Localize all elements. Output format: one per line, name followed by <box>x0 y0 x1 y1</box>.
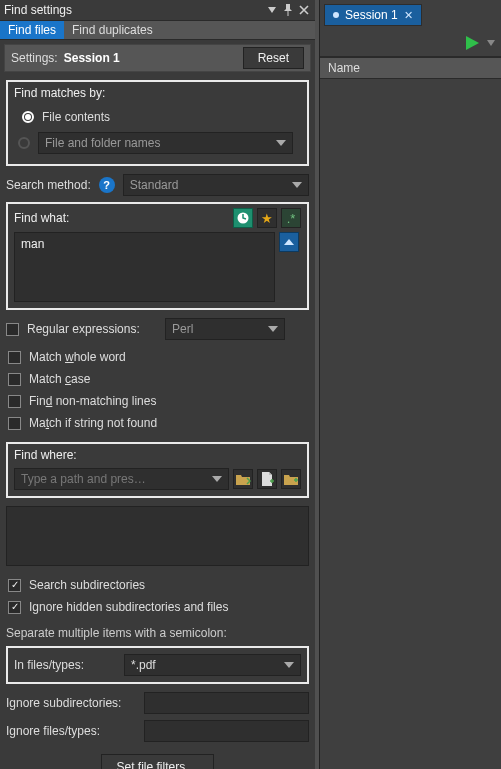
help-icon[interactable]: ? <box>99 177 115 193</box>
browse-folder-icon[interactable] <box>233 469 253 489</box>
search-method-value: Standard <box>130 178 179 192</box>
session-tab[interactable]: Session 1 ✕ <box>324 4 422 26</box>
svg-marker-0 <box>268 7 276 13</box>
tab-find-files[interactable]: Find files <box>0 21 64 39</box>
set-file-filters-button[interactable]: Set file filters ... <box>101 754 213 769</box>
ignore-hidden-checkbox[interactable] <box>8 601 21 614</box>
ignore-hidden-label: Ignore hidden subdirectories and files <box>29 600 228 614</box>
in-files-types-combo[interactable]: *.pdf <box>124 654 301 676</box>
panel-title: Find settings <box>4 3 263 17</box>
play-menu-icon[interactable] <box>487 34 495 52</box>
path-placeholder: Type a path and press Enter, or use the … <box>21 472 151 486</box>
non-matching-label: Find non-matching lines <box>29 394 156 408</box>
svg-marker-3 <box>487 40 495 46</box>
string-not-found-row[interactable]: Match if string not found <box>6 412 309 434</box>
results-area <box>320 79 501 769</box>
in-files-types-group: In files/types: *.pdf <box>6 646 309 684</box>
find-where-group: Find where: Type a path and press Enter,… <box>6 442 309 498</box>
file-folder-names-text: File and folder names <box>45 136 160 150</box>
path-input[interactable]: Type a path and press Enter, or use the … <box>14 468 229 490</box>
search-method-label: Search method: <box>6 178 91 192</box>
add-file-icon[interactable] <box>257 469 277 489</box>
paths-list[interactable] <box>6 506 309 566</box>
find-matches-by-title: Find matches by: <box>14 86 301 100</box>
add-folder-icon[interactable] <box>281 469 301 489</box>
radio-file-folder-names[interactable]: File and folder names <box>14 128 301 158</box>
match-case-checkbox[interactable] <box>8 373 21 386</box>
find-what-title: Find what: <box>14 211 69 225</box>
ignore-files-input[interactable] <box>144 720 309 742</box>
non-matching-checkbox[interactable] <box>8 395 21 408</box>
chevron-up-icon <box>284 239 294 245</box>
panel-titlebar: Find settings <box>0 0 315 20</box>
history-icon[interactable] <box>233 208 253 228</box>
settings-value: Session 1 <box>64 51 237 65</box>
search-method-row: Search method: ? Standard <box>6 174 309 196</box>
separator-hint: Separate multiple items with a semicolon… <box>6 626 309 640</box>
play-icon[interactable] <box>463 34 481 52</box>
chevron-down-icon <box>276 140 286 146</box>
search-method-combo[interactable]: Standard <box>123 174 309 196</box>
match-case-label: Match case <box>29 372 90 386</box>
tab-find-duplicates[interactable]: Find duplicates <box>64 21 161 39</box>
in-files-types-value: *.pdf <box>131 658 156 672</box>
radio-file-contents-label: File contents <box>42 110 110 124</box>
pin-icon[interactable] <box>281 3 295 17</box>
session-tabs: Session 1 ✕ <box>320 0 501 30</box>
radio-file-contents[interactable]: File contents <box>14 106 301 128</box>
ignore-hidden-row[interactable]: Ignore hidden subdirectories and files <box>6 596 309 618</box>
settings-label: Settings: <box>11 51 58 65</box>
chevron-down-icon <box>292 182 302 188</box>
search-sub-checkbox[interactable] <box>8 579 21 592</box>
regex-label: Regular expressions: <box>27 322 157 336</box>
whole-word-checkbox[interactable] <box>8 351 21 364</box>
find-matches-by-group: Find matches by: File contents File and … <box>6 80 309 166</box>
grid-header-name: Name <box>328 61 360 75</box>
non-matching-row[interactable]: Find non-matching lines <box>6 390 309 412</box>
session-bullet-icon <box>333 12 339 18</box>
session-close-icon[interactable]: ✕ <box>404 9 413 22</box>
string-not-found-checkbox[interactable] <box>8 417 21 430</box>
whole-word-row[interactable]: Match whole word <box>6 346 309 368</box>
find-where-title: Find where: <box>14 448 301 462</box>
file-folder-names-combo[interactable]: File and folder names <box>38 132 293 154</box>
find-what-input[interactable] <box>14 232 275 302</box>
radio-icon <box>22 111 34 123</box>
regex-flavor-value: Perl <box>172 322 193 336</box>
close-icon[interactable] <box>297 3 311 17</box>
ignore-sub-input[interactable] <box>144 692 309 714</box>
ignore-sub-label: Ignore subdirectories: <box>6 696 136 710</box>
grid-header[interactable]: Name <box>320 57 501 79</box>
svg-marker-2 <box>466 36 479 50</box>
favorite-icon[interactable]: ★ <box>257 208 277 228</box>
dropdown-icon[interactable] <box>265 3 279 17</box>
search-sub-label: Search subdirectories <box>29 578 145 592</box>
collapse-up-button[interactable] <box>279 232 299 252</box>
chevron-down-icon <box>212 476 222 482</box>
chevron-down-icon <box>284 662 294 668</box>
whole-word-label: Match whole word <box>29 350 126 364</box>
ignore-files-label: Ignore files/types: <box>6 724 136 738</box>
match-case-row[interactable]: Match case <box>6 368 309 390</box>
in-files-types-label: In files/types: <box>14 658 114 672</box>
chevron-down-icon <box>268 326 278 332</box>
radio-icon <box>18 137 30 149</box>
regex-row: Regular expressions: Perl <box>6 318 309 340</box>
reset-button[interactable]: Reset <box>243 47 304 69</box>
regex-helper-icon[interactable]: .* <box>281 208 301 228</box>
panel-tabs: Find files Find duplicates <box>0 20 315 40</box>
settings-row: Settings: Session 1 Reset <box>4 44 311 72</box>
session-tab-label: Session 1 <box>345 8 398 22</box>
regex-checkbox[interactable] <box>6 323 19 336</box>
find-what-group: Find what: ★ .* <box>6 202 309 310</box>
search-sub-row[interactable]: Search subdirectories <box>6 574 309 596</box>
regex-flavor-combo[interactable]: Perl <box>165 318 285 340</box>
string-not-found-label: Match if string not found <box>29 416 157 430</box>
